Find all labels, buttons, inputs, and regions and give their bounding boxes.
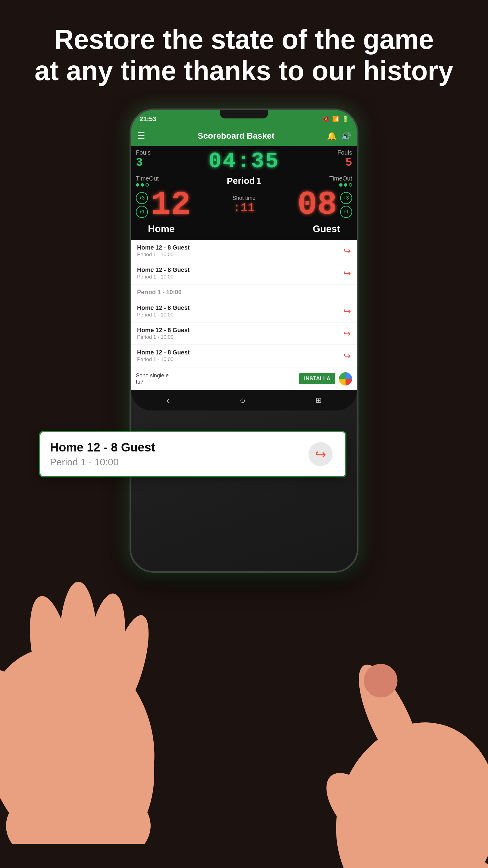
history-item-2[interactable]: Home 12 - 8 Guest Period 1 - 10:00 ↩ [131,262,357,284]
restore-icon-5[interactable]: ↩ [344,328,351,339]
notifications-icon[interactable]: 🔔 [327,131,336,141]
highlighted-history-item: Home 12 - 8 Guest Period 1 - 10:00 ↩ [39,431,347,477]
score-home-block: +3 +1 12 [136,188,191,221]
history-list: Home 12 - 8 Guest Period 1 - 10:00 ↩ Hom… [131,240,357,367]
left-hand [0,572,175,844]
popup-restore-icon: ↩ [315,447,326,462]
popup-restore-button[interactable]: ↩ [308,442,332,466]
install-button[interactable]: INSTALLA [299,373,335,384]
home-label: Home [148,223,175,235]
status-time: 21:53 [139,115,156,123]
timeout-right: TimeOut [329,175,352,187]
scoreboard: Fouls 3 04:35 Fouls 5 TimeOut [131,146,357,240]
popup-item-title: Home 12 - 8 Guest [50,441,155,454]
nav-recent-btn[interactable]: ⊞ [316,396,322,404]
headline: Restore the state of the game at any tim… [0,0,488,93]
restore-icon-6[interactable]: ↩ [344,350,351,361]
plus1-home-btn[interactable]: +1 [136,206,148,218]
plus3-guest-btn[interactable]: +3 [340,192,352,204]
restore-icon-4[interactable]: ↩ [344,306,351,316]
main-timer: 04:35 [208,149,280,174]
nav-bar: ‹ ○ ⊞ [131,390,357,410]
nav-back-btn[interactable]: ‹ [166,395,170,406]
nav-home-btn[interactable]: ○ [240,395,246,406]
history-item-5[interactable]: Home 12 - 8 Guest Period 1 - 10:00 ↩ [131,322,357,345]
shot-time-block: Shot time :11 [233,195,255,215]
history-item-4[interactable]: Home 12 - 8 Guest Period 1 - 10:00 ↩ [131,300,357,322]
score-guest-block: 08 +3 +1 [297,188,352,221]
timeout-left: TimeOut [136,175,159,187]
period-display: Period 1 [227,176,261,186]
guest-label: Guest [313,223,340,235]
score-home-value: 12 [151,188,191,221]
phone-device: 21:53 🔕 📶 🔋 ☰ Scoreboard Basket 🔔 🔊 [130,108,358,572]
score-guest-value: 08 [297,188,337,221]
plus1-guest-btn[interactable]: +1 [340,206,352,218]
app-bar: ☰ Scoreboard Basket 🔔 🔊 [131,126,357,146]
ad-icon [339,372,352,385]
plus3-home-btn[interactable]: +3 [136,192,148,204]
status-icons: 🔕 📶 🔋 [323,116,349,122]
app-title: Scoreboard Basket [150,131,322,141]
history-item-1[interactable]: Home 12 - 8 Guest Period 1 - 10:00 ↩ [131,240,357,262]
right-hand [301,633,488,868]
popup-item-sub: Period 1 - 10:00 [50,457,155,468]
fouls-right: Fouls 5 [337,149,352,169]
restore-icon-1[interactable]: ↩ [344,246,351,256]
restore-icon-2[interactable]: ↩ [344,268,351,278]
fouls-left: Fouls 3 [136,149,151,169]
menu-icon[interactable]: ☰ [137,131,145,141]
history-item-3[interactable]: Period 1 - 10:00 [131,284,357,300]
svg-point-15 [364,664,397,698]
phone-notch [220,110,268,119]
ad-banner: Sono single etu? INSTALLA [131,367,357,390]
history-item-6[interactable]: Home 12 - 8 Guest Period 1 - 10:00 ↩ [131,345,357,367]
volume-icon[interactable]: 🔊 [341,131,351,141]
